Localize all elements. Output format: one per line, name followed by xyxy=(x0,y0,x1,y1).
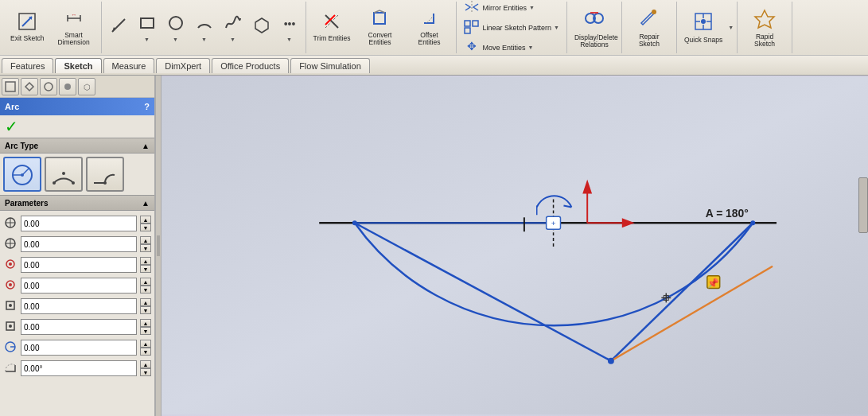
angle-spinner: ▲ ▼ xyxy=(140,360,151,376)
spline-dropdown[interactable]: ▼ xyxy=(230,37,235,42)
cx-input[interactable] xyxy=(21,216,137,231)
y1-up[interactable]: ▲ xyxy=(140,278,151,286)
trim-icon xyxy=(322,12,341,33)
param-row-x1: ▲ ▼ xyxy=(3,255,151,274)
sketch-canvas[interactable]: A = 180° 📌 + xyxy=(162,76,868,416)
y2-spinner: ▲ ▼ xyxy=(140,319,151,335)
parameters-section-header[interactable]: Parameters ▲ xyxy=(0,195,154,211)
radius-down[interactable]: ▼ xyxy=(140,348,151,356)
move-dropdown[interactable]: ▼ xyxy=(527,45,533,50)
arc-type-collapse-icon: ▲ xyxy=(142,142,150,150)
mirror-label: Mirror Entities xyxy=(482,4,527,12)
panel-divider[interactable] xyxy=(155,76,162,416)
spline-button[interactable]: ▼ xyxy=(220,6,247,50)
quick-snaps-icon xyxy=(692,10,714,35)
ok-checkmark[interactable]: ✓ xyxy=(5,117,18,136)
x1-up[interactable]: ▲ xyxy=(140,257,151,265)
radius-icon xyxy=(3,340,18,356)
toolbar-row: Exit Sketch ↔ Smart Dimension ▼ xyxy=(0,0,868,56)
circle-button[interactable]: ▼ xyxy=(162,6,189,50)
convert-entities-button[interactable]: Convert Entities xyxy=(356,6,403,50)
offset-entities-button[interactable]: Offset Entities xyxy=(405,6,453,50)
arc-button[interactable]: ▼ xyxy=(191,6,218,50)
tab-sketch[interactable]: Sketch xyxy=(55,58,101,73)
x1-input[interactable] xyxy=(21,257,137,273)
smart-dimension-button[interactable]: ↔ Smart Dimension xyxy=(50,6,98,50)
more-draw-icon: ••• xyxy=(283,14,296,35)
exit-sketch-button[interactable]: Exit Sketch xyxy=(6,6,49,50)
x2-icon xyxy=(3,299,18,314)
param-row-y2: ▲ ▼ xyxy=(3,317,151,336)
tab-flow-simulation[interactable]: Flow Simulation xyxy=(290,58,370,73)
panel-toolbar: ⬡ xyxy=(0,76,154,98)
x1-icon xyxy=(3,258,18,273)
display-delete-relations-button[interactable]: Display/Delete Relations xyxy=(570,6,618,50)
3point-arc-button[interactable] xyxy=(45,157,83,192)
x2-input[interactable] xyxy=(21,298,137,314)
radius-input[interactable] xyxy=(21,340,137,356)
panel-tool-btn-5[interactable]: ⬡ xyxy=(78,78,95,95)
trim-entities-button[interactable]: Trim Entities xyxy=(309,6,355,50)
radius-up[interactable]: ▲ xyxy=(140,340,151,348)
draw-more-dropdown[interactable]: ▼ xyxy=(286,37,292,42)
svg-text:↔: ↔ xyxy=(71,12,76,17)
move-entities-button[interactable]: ✥ Move Entities ▼ xyxy=(460,38,563,57)
y1-down[interactable]: ▼ xyxy=(140,286,151,294)
line-button[interactable] xyxy=(105,6,132,50)
x2-down[interactable]: ▼ xyxy=(140,306,151,314)
linear-sketch-pattern-button[interactable]: Linear Sketch Pattern ▼ xyxy=(460,18,563,37)
cx-up[interactable]: ▲ xyxy=(140,216,151,224)
tab-features[interactable]: Features xyxy=(2,58,53,73)
rect-dropdown[interactable]: ▼ xyxy=(144,37,150,42)
panel-tool-btn-4[interactable] xyxy=(59,78,76,95)
panel-help-icon[interactable]: ? xyxy=(144,102,150,111)
panel-tool-btn-2[interactable] xyxy=(21,78,38,95)
tab-office-products[interactable]: Office Products xyxy=(212,58,289,73)
scroll-handle-right[interactable] xyxy=(858,177,868,233)
svg-point-25 xyxy=(652,10,656,14)
svg-text:📌: 📌 xyxy=(707,277,719,289)
tab-dimxpert[interactable]: DimXpert xyxy=(156,58,210,73)
arc-icon xyxy=(195,14,214,35)
centerpoint-arc-button[interactable] xyxy=(3,157,41,192)
more-draw-button[interactable]: ••• ▼ xyxy=(277,6,302,50)
cy-input[interactable] xyxy=(21,236,137,252)
move-icon: ✥ xyxy=(464,40,480,56)
quick-snaps-dropdown[interactable]: ▼ xyxy=(728,25,734,30)
arc-dropdown[interactable]: ▼ xyxy=(201,37,207,42)
x2-up[interactable]: ▲ xyxy=(140,298,151,306)
arc-type-section-header[interactable]: Arc Type ▲ xyxy=(0,138,154,154)
quick-snaps-button[interactable]: Quick Snaps xyxy=(680,6,726,50)
polygon-button[interactable] xyxy=(248,6,275,50)
cx-down[interactable]: ▼ xyxy=(140,224,151,231)
tab-measure[interactable]: Measure xyxy=(103,58,155,73)
svg-point-54 xyxy=(9,262,12,266)
mirror-dropdown[interactable]: ▼ xyxy=(529,5,535,10)
group-mirror-move: Mirror Entities ▼ Linear Sketch Pattern … xyxy=(457,2,567,53)
group-display-delete: Display/Delete Relations xyxy=(567,2,622,53)
angle-input[interactable] xyxy=(21,360,137,376)
panel-tool-btn-1[interactable] xyxy=(2,78,19,95)
cy-up[interactable]: ▲ xyxy=(140,236,151,244)
y2-input[interactable] xyxy=(21,319,137,335)
linear-pattern-dropdown[interactable]: ▼ xyxy=(554,25,559,30)
cy-down[interactable]: ▼ xyxy=(140,244,151,252)
tangent-arc-button[interactable] xyxy=(86,157,124,192)
angle-up[interactable]: ▲ xyxy=(140,360,151,368)
canvas-area[interactable]: 🔍 🔍 ⟳ ⚙ ⬡ ▦ xyxy=(162,76,868,416)
circle-dropdown[interactable]: ▼ xyxy=(173,37,178,42)
mirror-entities-button[interactable]: Mirror Entities ▼ xyxy=(460,0,563,17)
angle-down[interactable]: ▼ xyxy=(140,368,151,376)
repair-sketch-button[interactable]: Repair Sketch xyxy=(625,6,673,50)
x1-down[interactable]: ▼ xyxy=(140,265,151,273)
y2-down[interactable]: ▼ xyxy=(140,327,151,335)
y1-input[interactable] xyxy=(21,278,137,294)
panel-tool-btn-3[interactable] xyxy=(40,78,57,95)
rectangle-button[interactable]: ▼ xyxy=(134,6,161,50)
svg-marker-11 xyxy=(255,18,268,33)
rapid-sketch-button[interactable]: Rapid Sketch xyxy=(741,6,788,50)
convert-label: Convert Entities xyxy=(360,32,399,47)
y1-spinner: ▲ ▼ xyxy=(140,278,151,294)
smart-dimension-label: Smart Dimension xyxy=(54,32,94,47)
y2-up[interactable]: ▲ xyxy=(140,319,151,327)
